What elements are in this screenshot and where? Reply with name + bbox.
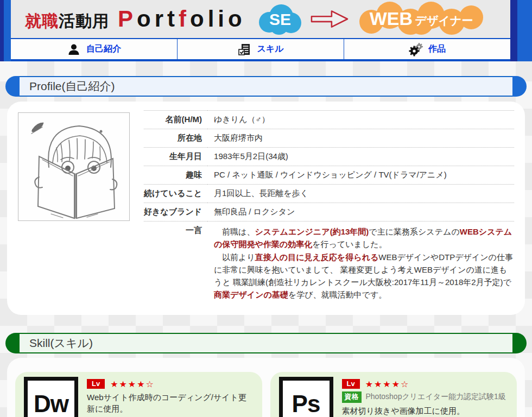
row-label: 所在地 bbox=[144, 129, 207, 148]
profile-section-header: Profile(自己紹介) bbox=[5, 76, 527, 97]
nav-label: 自己紹介 bbox=[86, 43, 121, 55]
row-label: 名前(H/M) bbox=[144, 111, 207, 129]
top-block: 就職活動用 Portfolio SE bbox=[0, 0, 532, 61]
section-cap-right bbox=[512, 333, 527, 353]
row-label: 生年月日 bbox=[144, 148, 207, 166]
row-value: 無印良品 / ロクシタン bbox=[207, 203, 514, 222]
row-value: ゆきりん（♂） bbox=[207, 111, 514, 129]
main-nav: 自己紹介 bbox=[11, 38, 510, 61]
star-rating: ★★★★☆ bbox=[110, 379, 155, 389]
skill-section-header: Skill(スキル) bbox=[5, 333, 527, 353]
se-cloud-badge: SE bbox=[255, 2, 305, 36]
table-row: 生年月日 1983年5月2日(34歳) bbox=[144, 148, 514, 166]
checklist-icon bbox=[237, 42, 251, 56]
profile-comment: 前職は、システムエンジニア(約13年間)で主に業務系システムのWEBシステムの保… bbox=[207, 222, 514, 305]
row-value: 月1回以上、長距離を歩く bbox=[207, 185, 514, 203]
section-cap-left bbox=[5, 76, 20, 97]
row-value: 大阪府堺市内 bbox=[207, 129, 514, 148]
profile-card: 名前(H/M) ゆきりん（♂） 所在地 大阪府堺市内 生年月日 1983年5月2… bbox=[7, 102, 525, 315]
left-navy-stripe bbox=[0, 0, 4, 61]
right-blue-stripe bbox=[517, 0, 532, 61]
person-icon bbox=[67, 42, 81, 56]
svg-text:SE: SE bbox=[269, 10, 291, 28]
profile-sketch-image bbox=[18, 112, 130, 221]
right-navy-stripe bbox=[510, 0, 517, 61]
webdesigner-cloud-badge: WEB デザイナー bbox=[354, 1, 489, 37]
skill-card-dreamweaver: Dw Lv ★★★★☆ Webサイト作成時のコーディング/サイト更新に使用。 bbox=[15, 372, 262, 417]
table-row: 名前(H/M) ゆきりん（♂） bbox=[144, 111, 514, 129]
dreamweaver-logo: Dw bbox=[24, 377, 78, 417]
nav-item-profile[interactable]: 自己紹介 bbox=[11, 39, 177, 59]
section-cap-right bbox=[512, 76, 527, 97]
level-badge: Lv bbox=[342, 379, 360, 389]
red-arrow-right-icon bbox=[311, 9, 349, 29]
level-badge: Lv bbox=[87, 379, 105, 389]
row-value: PC / ネット通販 / ウインドウショッピング / TV(ドラマ/アニメ) bbox=[207, 166, 514, 185]
photoshop-logo: Ps bbox=[279, 377, 333, 417]
skill-card-container: Dw Lv ★★★★☆ Webサイト作成時のコーディング/サイト更新に使用。 P… bbox=[7, 358, 525, 417]
left-blue-stripe bbox=[4, 0, 11, 61]
row-label: 続けていること bbox=[144, 185, 207, 203]
profile-table: 名前(H/M) ゆきりん（♂） 所在地 大阪府堺市内 生年月日 1983年5月2… bbox=[144, 110, 514, 305]
table-row: 所在地 大阪府堺市内 bbox=[144, 129, 514, 148]
gears-icon bbox=[409, 42, 423, 56]
profile-section-title: Profile(自己紹介) bbox=[20, 79, 115, 94]
skill-description: Webサイト作成時のコーディング/サイト更新に使用。 bbox=[87, 391, 254, 415]
nav-item-works[interactable]: 作品 bbox=[344, 39, 510, 59]
skill-section-title: Skill(スキル) bbox=[20, 336, 93, 351]
nav-label: 作品 bbox=[428, 43, 446, 55]
nav-item-skill[interactable]: スキル bbox=[177, 39, 344, 59]
site-header: 就職活動用 Portfolio SE bbox=[11, 0, 510, 38]
site-title-jp: 就職活動用 bbox=[25, 10, 109, 33]
section-cap-left bbox=[5, 333, 20, 353]
row-label: 趣味 bbox=[144, 166, 207, 185]
skill-description: 素材切り抜きや画像加工に使用。 bbox=[342, 405, 506, 417]
site-title: 就職活動用 Portfolio bbox=[25, 6, 246, 33]
table-row-comment: 一言 前職は、システムエンジニア(約13年間)で主に業務系システムのWEBシステ… bbox=[144, 222, 514, 305]
row-label: 好きなブランド bbox=[144, 203, 207, 222]
certification-badge: 資格 bbox=[342, 391, 362, 403]
portfolio-page: 就職活動用 Portfolio SE bbox=[0, 0, 532, 417]
table-row: 趣味 PC / ネット通販 / ウインドウショッピング / TV(ドラマ/アニメ… bbox=[144, 166, 514, 185]
site-title-en: Portfolio bbox=[118, 6, 246, 32]
nav-label: スキル bbox=[257, 43, 283, 55]
skill-card-photoshop: Ps Lv ★★★★☆ 資格 Photoshopクリエイター能力認定試験1級 素… bbox=[270, 372, 517, 417]
star-rating: ★★★★☆ bbox=[365, 379, 410, 389]
row-value: 1983年5月2日(34歳) bbox=[207, 148, 514, 166]
row-label: 一言 bbox=[144, 222, 207, 305]
table-row: 好きなブランド 無印良品 / ロクシタン bbox=[144, 203, 514, 222]
certification-name: Photoshopクリエイター能力認定試験1級 bbox=[366, 392, 506, 402]
table-row: 続けていること 月1回以上、長距離を歩く bbox=[144, 185, 514, 203]
career-change-graphic: SE bbox=[255, 1, 489, 37]
